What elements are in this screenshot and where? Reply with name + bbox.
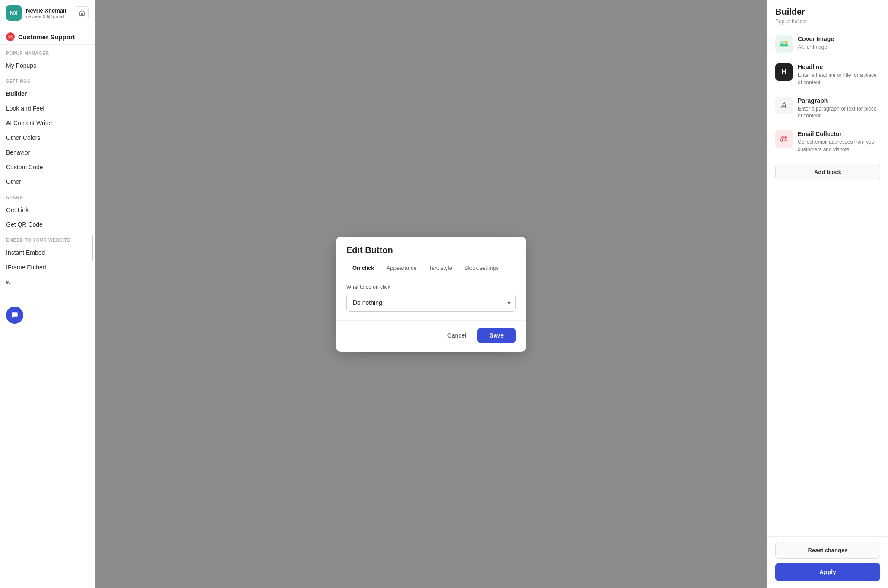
tab-block-settings[interactable]: Block settings: [458, 261, 505, 275]
what-to-do-label: What to do on click: [346, 284, 516, 290]
tab-appearance[interactable]: Appearance: [381, 261, 423, 275]
edit-button-modal: Edit Button On click Appearance Text sty…: [336, 237, 526, 352]
svg-point-16: [785, 41, 787, 44]
cover-image-icon: [775, 35, 793, 53]
modal-body: What to do on click Do nothing Close pop…: [336, 275, 526, 320]
sidebar-item-get-qr-code[interactable]: Get QR Code: [0, 217, 95, 232]
block-headline-desc: Enter a headline or title for a piece of…: [798, 72, 880, 86]
sidebar-item-ai-content-writer[interactable]: AI Content Writer: [0, 116, 95, 130]
sidebar-item-look-and-feel[interactable]: Look and Feel: [0, 101, 95, 116]
sidebar-section-popup-manager: POPUP MANAGER My Popups: [0, 45, 95, 73]
block-email-desc: Collect email addresses from your custom…: [798, 139, 880, 153]
sidebar-item-builder[interactable]: Builder: [0, 86, 95, 101]
tab-on-click[interactable]: On click: [346, 261, 381, 275]
avatar: NX: [6, 5, 22, 21]
block-email-title: Email Collector: [798, 130, 880, 137]
section-label-popup-manager: POPUP MANAGER: [0, 45, 95, 58]
sidebar-header: NX Nevrie Xhemaili nevriee.94@gmail.c...: [0, 0, 95, 26]
right-panel: Builder Popup builder Cover Image Alt fo…: [767, 0, 888, 588]
sidebar: NX Nevrie Xhemaili nevriee.94@gmail.c...…: [0, 0, 95, 588]
action-select[interactable]: Do nothing Close popup Open URL Submit f…: [346, 294, 516, 312]
sidebar-item-iframe-embed[interactable]: IFrame Embed: [0, 260, 95, 275]
block-paragraph-title: Paragraph: [798, 97, 880, 104]
builder-area: × Your e-mail address Submit Built with …: [95, 0, 767, 588]
modal-overlay[interactable]: Edit Button On click Appearance Text sty…: [95, 0, 767, 588]
support-icon: 🆘: [6, 32, 15, 41]
paragraph-icon: A: [775, 97, 793, 114]
sidebar-item-instant-embed[interactable]: Instant Embed: [0, 245, 95, 260]
sidebar-item-other-colors[interactable]: Other Colors: [0, 130, 95, 145]
sidebar-item-w[interactable]: w: [0, 275, 95, 289]
modal-footer: Cancel Save: [336, 320, 526, 352]
block-paragraph[interactable]: A Paragraph Enter a paragraph or text fo…: [767, 92, 888, 125]
customer-support-label: Customer Support: [18, 33, 75, 41]
sidebar-item-my-popups[interactable]: My Popups: [0, 58, 95, 73]
sidebar-section-settings: SETTINGS Builder Look and Feel AI Conten…: [0, 73, 95, 189]
section-label-embed: EMBED TO YOUR WEBSITE: [0, 232, 95, 245]
block-email-collector[interactable]: @ Email Collector Collect email addresse…: [767, 125, 888, 158]
apply-button[interactable]: Apply: [775, 563, 880, 581]
customer-support-item[interactable]: 🆘 Customer Support: [0, 26, 95, 45]
section-label-share: SHARE: [0, 189, 95, 202]
block-cover-text: Cover Image Alt for Image: [798, 35, 834, 51]
svg-rect-14: [780, 41, 788, 47]
right-panel-bottom: Reset changes Apply: [767, 536, 888, 588]
block-paragraph-desc: Enter a paragraph or text for piece of c…: [798, 105, 880, 120]
block-headline-title: Headline: [798, 63, 880, 70]
add-block-button[interactable]: Add block: [775, 164, 880, 180]
scrollbar[interactable]: [92, 235, 93, 261]
block-cover-desc: Alt for Image: [798, 44, 834, 51]
sidebar-item-get-link[interactable]: Get Link: [0, 202, 95, 217]
modal-header: Edit Button On click Appearance Text sty…: [336, 237, 526, 275]
modal-title: Edit Button: [346, 245, 516, 255]
block-cover-image[interactable]: Cover Image Alt for Image: [767, 30, 888, 58]
user-email: nevriee.94@gmail.c...: [26, 14, 71, 19]
modal-tabs: On click Appearance Text style Block set…: [346, 261, 516, 275]
block-headline-text: Headline Enter a headline or title for a…: [798, 63, 880, 86]
sidebar-item-custom-code[interactable]: Custom Code: [0, 160, 95, 174]
block-headline[interactable]: H Headline Enter a headline or title for…: [767, 58, 888, 92]
sidebar-section-share: SHARE Get Link Get QR Code: [0, 189, 95, 232]
tab-text-style[interactable]: Text style: [423, 261, 458, 275]
chat-button[interactable]: [6, 307, 23, 324]
right-panel-header: Builder Popup builder: [767, 0, 888, 30]
sidebar-section-embed: EMBED TO YOUR WEBSITE Instant Embed IFra…: [0, 232, 95, 289]
headline-icon: H: [775, 63, 793, 81]
email-collector-icon: @: [775, 130, 793, 148]
sidebar-item-other[interactable]: Other: [0, 174, 95, 189]
reset-changes-button[interactable]: Reset changes: [775, 542, 880, 559]
section-label-settings: SETTINGS: [0, 73, 95, 86]
user-name: Nevrie Xhemaili: [26, 7, 71, 14]
user-info: Nevrie Xhemaili nevriee.94@gmail.c...: [26, 7, 71, 19]
block-paragraph-text: Paragraph Enter a paragraph or text for …: [798, 97, 880, 120]
home-button[interactable]: [76, 6, 89, 19]
main-content: × Your e-mail address Submit Built with …: [95, 0, 767, 588]
sidebar-item-behavior[interactable]: Behavior: [0, 145, 95, 160]
dropdown-wrapper: Do nothing Close popup Open URL Submit f…: [346, 294, 516, 312]
cancel-button[interactable]: Cancel: [441, 328, 473, 343]
right-panel-title: Builder: [775, 7, 880, 17]
block-cover-title: Cover Image: [798, 35, 834, 42]
save-button[interactable]: Save: [477, 328, 516, 343]
right-panel-subtitle: Popup builder: [775, 19, 880, 25]
block-email-text: Email Collector Collect email addresses …: [798, 130, 880, 153]
